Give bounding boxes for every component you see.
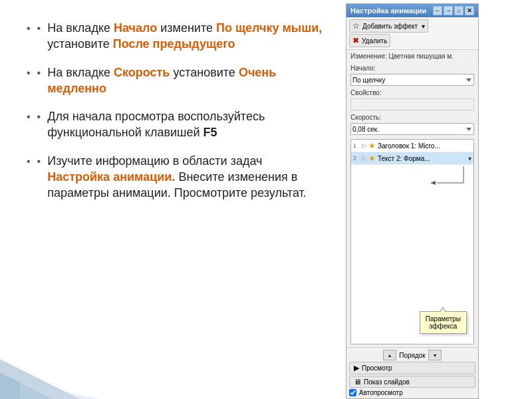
- anim-shape-1: ▷: [362, 142, 366, 149]
- anim-num-1: 1: [353, 142, 360, 149]
- tooltip-text: Параметрыэффекса: [426, 315, 461, 330]
- order-up-button[interactable]: ▴: [383, 350, 396, 360]
- speed-label: Скорость:: [350, 114, 474, 121]
- highlight-nastroyka: Настройка анимации.: [47, 170, 175, 184]
- remove-label: Удалить: [362, 37, 387, 45]
- bullet-text-2: На вкладке Скорость установите Очень мед…: [47, 65, 326, 97]
- bullet-text-1: На вкладке Начало измените По щелчку мыш…: [47, 20, 326, 53]
- tooltip-popup: Параметрыэффекса: [420, 311, 467, 334]
- panel-nav-home[interactable]: ⌂: [454, 6, 464, 15]
- panel-header: Настройка анимации ← → ⌂ ✕: [346, 4, 478, 17]
- panel-close[interactable]: ✕: [465, 6, 474, 15]
- order-down-button[interactable]: ▾: [428, 350, 442, 360]
- autopreview-row: Автопросмотр: [349, 389, 475, 396]
- highlight-f5: F5: [203, 126, 217, 139]
- order-label: Порядок: [399, 352, 425, 359]
- anim-dropdown-icon[interactable]: ▾: [468, 155, 471, 162]
- highlight-nachalo: Начало: [114, 21, 157, 35]
- animation-list: 1 ▷ ★ Заголовок 1: Micro... 2 ▷ ★ Текст …: [350, 139, 474, 344]
- list-item: • Изучите информацию в области задач Нас…: [27, 153, 326, 201]
- autopreview-checkbox[interactable]: [349, 389, 356, 396]
- bullet-marker: •: [37, 110, 41, 124]
- play-icon: ▶: [354, 364, 359, 372]
- star-icon: ☆: [352, 21, 360, 31]
- anim-item-1[interactable]: 1 ▷ ★ Заголовок 1: Micro...: [351, 140, 473, 152]
- property-label: Свойство:: [350, 89, 474, 96]
- list-item: • На вкладке Скорость установите Очень м…: [27, 65, 326, 97]
- highlight-posle: После предыдущего: [113, 37, 235, 51]
- slideshow-button[interactable]: 🖥 Показ слайдов: [349, 376, 475, 388]
- bullet-marker: •: [37, 21, 41, 36]
- panel-toolbar: ☆ Добавить эффект ▾ ✖ Удалить: [346, 17, 478, 50]
- connector-svg: [430, 163, 470, 196]
- anim-shape-2: ▷: [362, 155, 366, 162]
- highlight-po-shchelku: По щелчку мыши,: [216, 21, 322, 35]
- start-label: Начало:: [350, 65, 474, 72]
- anim-star-icon-1: ★: [368, 141, 376, 150]
- bullet-marker: •: [37, 154, 41, 169]
- panel-header-left: Настройка анимации: [350, 7, 426, 15]
- left-panel: • На вкладке Начало измените По щелчку м…: [0, 0, 346, 399]
- anim-star-icon-2: ★: [368, 154, 376, 163]
- slideshow-icon: 🖥: [354, 378, 361, 386]
- panel-nav-fwd[interactable]: →: [444, 6, 453, 15]
- panel-body: Изменение: Цветная пишущая м. Начало: По…: [346, 50, 478, 347]
- panel-footer: ▴ Порядок ▾ ▶ Просмотр 🖥 Показ слайдов А…: [346, 347, 478, 398]
- panel-title: Настройка анимации: [350, 7, 426, 15]
- anim-label-2: Текст 2: Форма...: [378, 155, 466, 162]
- highlight-skorost: Скорость: [114, 66, 170, 79]
- remove-button[interactable]: ✖ Удалить: [349, 34, 390, 47]
- anim-label-1: Заголовок 1: Micro...: [378, 142, 471, 150]
- svg-marker-5: [430, 181, 436, 185]
- anim-num-2: 2: [353, 155, 360, 162]
- preview-label: Просмотр: [362, 364, 392, 372]
- dropdown-arrow-icon: ▾: [422, 23, 425, 30]
- remove-icon: ✖: [352, 36, 359, 45]
- add-effect-button[interactable]: ☆ Добавить эффект ▾: [349, 19, 428, 33]
- property-field: [350, 98, 474, 110]
- animation-panel: Настройка анимации ← → ⌂ ✕ ☆ Добавить эф…: [346, 3, 479, 399]
- bullet-text-3: Для начала просмотра воспользуйтесь функ…: [47, 108, 326, 141]
- change-description: Изменение: Цветная пишущая м.: [350, 53, 474, 60]
- start-select[interactable]: По щелчку: [350, 74, 474, 86]
- add-effect-label: Добавить эффект: [362, 23, 418, 30]
- list-item: • Для начала просмотра воспользуйтесь фу…: [27, 108, 326, 141]
- tooltip-arrow-inner: [440, 308, 446, 313]
- list-item: • На вкладке Начало измените По щелчку м…: [27, 20, 326, 53]
- bullet-text-4: Изучите информацию в области задач Настр…: [47, 153, 326, 201]
- bullet-list: • На вкладке Начало измените По щелчку м…: [27, 20, 326, 213]
- svg-marker-2: [20, 382, 233, 399]
- bottom-decoration: [0, 346, 233, 399]
- panel-nav-back[interactable]: ←: [433, 6, 442, 15]
- slideshow-label: Показ слайдов: [364, 378, 410, 386]
- panel-header-icons: ← → ⌂ ✕: [433, 6, 474, 15]
- preview-button[interactable]: ▶ Просмотр: [349, 362, 475, 374]
- autopreview-label: Автопросмотр: [359, 389, 403, 396]
- speed-select[interactable]: 0,08 сек.: [350, 123, 474, 135]
- order-row: ▴ Порядок ▾: [349, 350, 475, 360]
- bullet-marker: •: [37, 66, 41, 80]
